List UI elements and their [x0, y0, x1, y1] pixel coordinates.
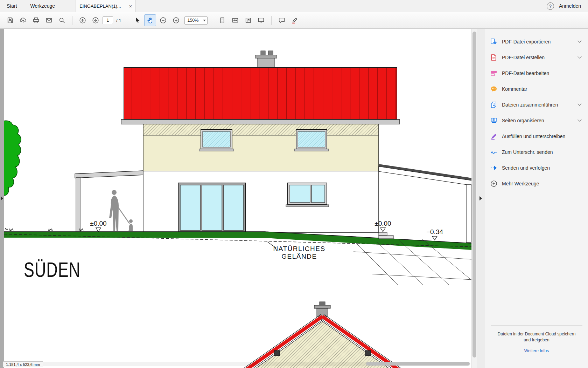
sign-in-button[interactable]: Anmelden [559, 3, 581, 9]
fit-width-button[interactable] [229, 14, 241, 26]
highlight-button[interactable] [289, 14, 301, 26]
vertical-scrollbar[interactable] [471, 29, 477, 368]
tools-panel-item-send-for-signature[interactable]: Zum Unterschr. senden [485, 144, 588, 160]
tools-panel-item-more-tools[interactable]: Mehr Werkzeuge [485, 176, 588, 191]
top-tab-bar: Start Werkzeuge EINGABEPLAN(1)... × ? An… [0, 0, 588, 12]
single-page-view-button[interactable] [216, 14, 228, 26]
create-pdf-icon [490, 54, 498, 61]
previous-page-button[interactable] [77, 14, 89, 26]
person-silhouette [109, 190, 133, 231]
edit-pdf-icon [490, 69, 498, 77]
tool-label: PDF-Datei bearbeiten [502, 70, 549, 76]
printer-icon [32, 16, 40, 24]
fit-page-icon [244, 16, 252, 24]
chevron-down-icon[interactable] [578, 117, 581, 121]
elevation-title: SÜDEN [24, 258, 80, 281]
cloud-upload-icon [19, 16, 27, 24]
email-button[interactable] [43, 14, 55, 26]
right-carport [379, 164, 471, 185]
acrobat-window: Start Werkzeuge EINGABEPLAN(1)... × ? An… [0, 0, 588, 368]
close-icon[interactable]: × [129, 4, 132, 9]
svg-text:±0.00: ±0.00 [374, 220, 391, 227]
tools-panel-item-send-track[interactable]: Senden und verfolgen [485, 160, 588, 176]
svg-text:±0.00: ±0.00 [90, 220, 106, 227]
svg-text:NATÜRLICHES: NATÜRLICHES [273, 245, 325, 252]
export-pdf-icon [490, 38, 498, 46]
pdf-page[interactable]: ±0.00 ±0.00 −0.34 NATÜRLICHES [4, 29, 471, 368]
page-number-input[interactable] [103, 16, 113, 24]
steps [379, 232, 393, 239]
horizontal-scrollbar[interactable] [5, 362, 470, 366]
next-page-button[interactable] [90, 14, 102, 26]
document-tab[interactable]: EINGABEPLAN(1)... × [76, 0, 136, 12]
bottom-gable-elevation [244, 302, 401, 368]
hand-icon [146, 16, 154, 24]
fit-page-button[interactable] [242, 14, 254, 26]
chevron-down-icon[interactable] [578, 102, 581, 105]
chevron-down-icon[interactable] [578, 54, 581, 58]
upload-button[interactable] [17, 14, 29, 26]
reading-mode-button[interactable] [255, 14, 267, 26]
hand-tool-button[interactable] [144, 14, 156, 26]
tool-label: Ausfüllen und unterschreiben [502, 134, 565, 139]
tools-panel-item-edit-pdf[interactable]: PDF-Datei bearbeiten [485, 65, 588, 81]
envelope-icon [45, 16, 53, 24]
tool-label: Senden und verfolgen [502, 165, 550, 171]
tools-panel-item-export-pdf[interactable]: PDF-Datei exportieren [485, 34, 588, 49]
tools-panel-item-comment[interactable]: Kommentar [485, 81, 588, 97]
toolbar-separator [127, 16, 127, 25]
tools-panel-list: PDF-Datei exportieren PDF-Datei erstelle… [485, 29, 588, 191]
zoom-in-button[interactable] [170, 14, 182, 26]
grass-tufts [5, 228, 83, 231]
page-down-icon [92, 16, 99, 24]
help-icon[interactable]: ? [547, 2, 554, 10]
save-button[interactable] [4, 14, 16, 26]
select-tool-button[interactable] [131, 14, 143, 26]
save-icon [6, 16, 14, 24]
search-button[interactable] [56, 14, 68, 26]
tools-panel-item-fill-sign[interactable]: Ausfüllen und unterschreiben [485, 128, 588, 144]
comment-bubble-icon [278, 16, 286, 24]
page-size-indicator: 1.181,4 x 523,6 mm [3, 361, 43, 367]
chevron-down-icon[interactable] [578, 39, 581, 42]
toolbar-separator [271, 16, 272, 25]
comment-button[interactable] [276, 14, 288, 26]
fill-sign-icon [490, 132, 498, 140]
toolbar-separator [72, 16, 72, 25]
zoom-out-button[interactable] [157, 14, 169, 26]
document-area: ±0.00 ±0.00 −0.34 NATÜRLICHES [0, 29, 485, 368]
zoom-level-dropdown[interactable]: 150% [184, 16, 208, 25]
horizontal-scrollbar-thumb[interactable] [366, 362, 470, 366]
zoom-in-icon [172, 16, 180, 24]
more-tools-icon [490, 180, 498, 188]
tool-label: Zum Unterschr. senden [502, 149, 553, 155]
zoom-level-value: 150% [185, 18, 201, 23]
tree [4, 121, 21, 203]
carport-post [466, 184, 471, 243]
svg-text:−0.34: −0.34 [426, 228, 443, 236]
signature-icon [490, 148, 498, 156]
elevation-drawing: ±0.00 ±0.00 −0.34 NATÜRLICHES [4, 29, 471, 368]
main-area: ±0.00 ±0.00 −0.34 NATÜRLICHES [0, 29, 588, 368]
document-cloud-promo: Dateien in der Document Cloud speichern … [491, 325, 582, 354]
left-pane-expand-arrow[interactable] [1, 196, 3, 200]
toolbar: / 1 150% [0, 12, 588, 29]
tool-label: PDF-Datei erstellen [502, 55, 545, 60]
tools-panel-item-create-pdf[interactable]: PDF-Datei erstellen [485, 49, 588, 65]
caret-down-icon [203, 20, 206, 21]
tool-label: Kommentar [502, 86, 527, 92]
tab-start[interactable]: Start [0, 0, 24, 12]
tab-werkzeuge[interactable]: Werkzeuge [24, 0, 62, 12]
print-button[interactable] [30, 14, 42, 26]
panel-collapse-arrow[interactable] [479, 196, 482, 200]
zoom-dropdown-arrow[interactable] [201, 17, 207, 24]
tools-panel-item-combine-files[interactable]: Dateien zusammenführen [485, 97, 588, 113]
weitere-infos-link[interactable]: Weitere Infos [524, 348, 549, 353]
panel-collapse-strip [477, 29, 485, 368]
tools-panel-item-organize-pages[interactable]: Seiten organisieren [485, 113, 588, 128]
organize-pages-icon [490, 117, 498, 124]
tools-panel: PDF-Datei exportieren PDF-Datei erstelle… [485, 29, 588, 368]
zoom-out-icon [159, 16, 167, 24]
tabbar-right: ? Anmelden [547, 0, 588, 12]
vertical-scrollbar-thumb[interactable] [472, 32, 476, 357]
